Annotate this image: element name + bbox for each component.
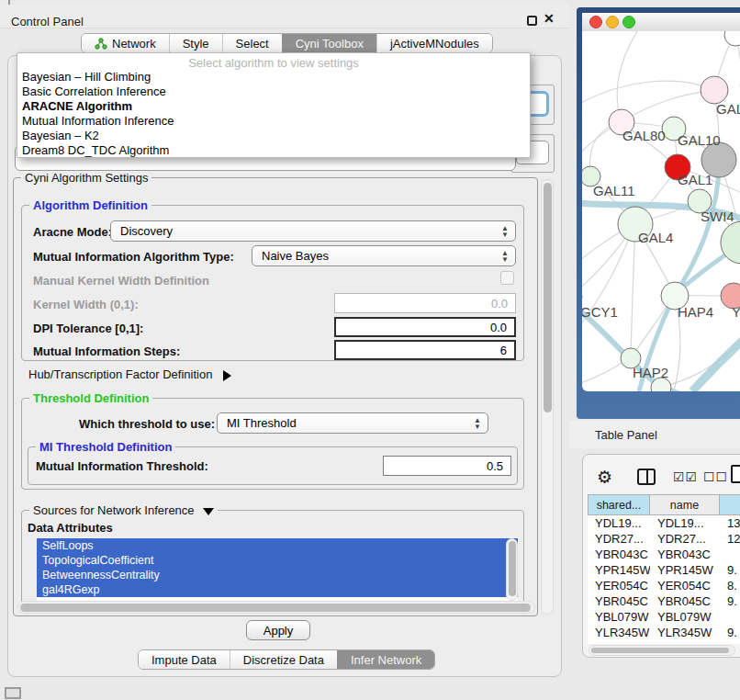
tab-label: Select <box>236 37 269 51</box>
attribute-item-selfloops[interactable]: SelfLoops <box>37 538 518 553</box>
tab-cyni-toolbox[interactable]: Cyni Toolbox <box>282 34 376 52</box>
table-cell: 9. <box>720 641 740 644</box>
node-top[interactable] <box>724 31 740 46</box>
table-row[interactable]: YLR345WYLR345W9. <box>588 625 740 640</box>
algorithm-option-bayesian-k2[interactable]: Bayesian – K2 <box>17 129 530 143</box>
table-row[interactable]: YBR043CYBR043C <box>588 547 740 562</box>
node-label-gal80: GAL80 <box>622 128 666 143</box>
close-icon[interactable]: ✕ <box>544 11 555 26</box>
hub-definition-label: Hub/Transcription Factor Definition <box>28 367 212 381</box>
node-pink-top[interactable] <box>701 76 728 104</box>
table-cell: YBL079W <box>588 610 650 624</box>
attributes-scrollbar[interactable] <box>506 538 518 601</box>
combo-arrows-icon: ▲▼ <box>474 417 481 430</box>
tab-infer-network[interactable]: Infer Network <box>337 650 434 669</box>
table-cell: YIL052C <box>588 641 650 644</box>
table-row[interactable]: YBL079WYBL079W <box>588 609 740 625</box>
tab-style[interactable]: Style <box>169 34 222 52</box>
float-window-icon[interactable] <box>527 16 537 26</box>
table-cell: YER054C <box>588 579 650 593</box>
network-canvas[interactable]: GALGAL80GAL10GAL1GAL11SWI4GAL4GCY1HAP4YH… <box>582 31 740 391</box>
document-icon[interactable] <box>731 465 740 483</box>
which-threshold-value: MI Threshold <box>227 416 297 430</box>
select-all-checkboxes-icon[interactable]: ☑☑ <box>673 469 698 484</box>
table-cell: YLR345W <box>650 626 720 639</box>
tab-discretize-data[interactable]: Discretize Data <box>230 650 337 669</box>
dpi-tolerance-field[interactable]: 0.0 <box>334 317 516 337</box>
settings-vscrollbar[interactable] <box>541 179 554 615</box>
table-cell: 9. <box>720 594 740 608</box>
table-row[interactable]: YPR145WYPR145W9. <box>588 562 740 578</box>
algorithm-option-aracne-algorithm[interactable]: ARACNE Algorithm <box>17 99 530 114</box>
table-cell: 13 <box>720 516 740 530</box>
tab-network[interactable]: Network <box>82 34 169 52</box>
manual-kernel-width-checkbox[interactable] <box>500 271 514 285</box>
algorithm-option-mutual-information-inference[interactable]: Mutual Information Inference <box>17 114 530 129</box>
column-header-name[interactable]: name <box>650 494 720 515</box>
network-edge[interactable] <box>622 90 714 122</box>
gear-icon[interactable]: ⚙ <box>597 467 612 488</box>
deselect-all-checkboxes-icon[interactable]: ☐☐ <box>703 469 728 484</box>
node-label-gcy1: GCY1 <box>582 304 618 320</box>
table-row[interactable]: YDR27...YDR27...12 <box>588 531 740 547</box>
apply-button[interactable]: Apply <box>246 620 310 640</box>
close-traffic-icon[interactable] <box>589 16 602 28</box>
node-label-hap4: HAP4 <box>678 304 713 320</box>
algorithm-option-basic-correlation-inference[interactable]: Basic Correlation Inference <box>17 85 530 99</box>
table-cell: 12 <box>720 532 740 546</box>
table-cell: YPR145W <box>650 563 720 577</box>
column-header-clipped[interactable] <box>720 494 740 515</box>
table-cell: YPR145W <box>588 563 650 577</box>
node-label-hap2: HAP2 <box>633 365 668 380</box>
attribute-item-betweennesscentrality[interactable]: BetweennessCentrality <box>37 568 518 582</box>
settings-hscrollbar[interactable] <box>17 601 535 614</box>
tab-jactivemnodules[interactable]: jActiveMNodules <box>376 34 492 52</box>
manual-kernel-width-label: Manual Kernel Width Definition <box>33 274 209 288</box>
table-hscrollbar[interactable] <box>589 645 735 656</box>
mi-threshold-field[interactable]: 0.5 <box>383 456 511 476</box>
threshold-definition-group: Threshold Definition Which threshold to … <box>21 398 524 490</box>
algorithm-definition-title: Algorithm Definition <box>29 198 151 212</box>
dpi-tolerance-label: DPI Tolerance [0,1]: <box>33 322 143 335</box>
hub-definition-toggle[interactable]: Hub/Transcription Factor Definition <box>28 367 231 381</box>
network-edge[interactable] <box>617 31 637 122</box>
table-cell: YBL079W <box>650 610 720 624</box>
node-label-swi4: SWI4 <box>701 209 734 224</box>
table-row[interactable]: YIL052CYIL052C9. <box>588 640 740 644</box>
column-header-shared[interactable]: shared... <box>588 494 650 515</box>
attribute-item-topologicalcoefficient[interactable]: TopologicalCoefficient <box>37 553 518 568</box>
aracne-mode-combobox[interactable]: Discovery ▲▼ <box>110 220 516 242</box>
data-attributes-list[interactable]: SelfLoopsTopologicalCoefficientBetweenne… <box>37 538 518 601</box>
node-label-gal11: GAL11 <box>593 183 635 198</box>
expand-arrow-icon <box>203 508 214 515</box>
kernel-width-field[interactable]: 0.0 <box>334 293 516 313</box>
which-threshold-combobox[interactable]: MI Threshold ▲▼ <box>217 412 488 434</box>
zoom-traffic-icon[interactable] <box>622 16 635 28</box>
tab-label: jActiveMNodules <box>390 37 479 51</box>
mi-steps-label: Mutual Information Steps: <box>33 344 180 358</box>
data-attributes-label: Data Attributes <box>28 521 113 535</box>
network-icon <box>95 38 107 50</box>
mi-algorithm-type-label: Mutual Information Algorithm Type: <box>33 250 234 264</box>
mi-steps-field[interactable]: 6 <box>334 340 516 360</box>
cyni-algorithm-settings-group: Cyni Algorithm Settings Algorithm Defini… <box>13 177 538 616</box>
sources-group-title[interactable]: Sources for Network Inference <box>29 503 218 517</box>
attribute-item-gal4rgexp[interactable]: gal4RGexp <box>37 582 518 597</box>
columns-icon[interactable] <box>637 469 656 485</box>
tab-impute-data[interactable]: Impute Data <box>139 650 230 669</box>
tab-select[interactable]: Select <box>222 34 282 52</box>
network-edge-thick[interactable] <box>692 334 740 391</box>
network-edge[interactable] <box>631 223 635 357</box>
table-row[interactable]: YBR045CYBR045C9. <box>588 593 740 609</box>
mi-threshold-definition-group: MI Threshold Definition Mutual Informati… <box>28 446 518 485</box>
table-cell: 9. <box>720 626 740 639</box>
docked-panel-icon[interactable] <box>5 687 21 699</box>
table-row[interactable]: YER054CYER054C8. <box>588 578 740 593</box>
mi-algorithm-type-combobox[interactable]: Naive Bayes ▲▼ <box>252 245 516 266</box>
algorithm-option-bayesian-hill-climbing[interactable]: Bayesian – Hill Climbing <box>17 70 530 85</box>
aracne-mode-label: Aracne Mode: <box>33 225 112 239</box>
node-label-gal10: GAL10 <box>678 132 721 148</box>
table-row[interactable]: YDL19...YDL19...13 <box>588 515 740 531</box>
algorithm-option-dream8-dc-tdc-algorithm[interactable]: Dream8 DC_TDC Algorithm <box>17 143 530 158</box>
minimize-traffic-icon[interactable] <box>606 16 619 28</box>
